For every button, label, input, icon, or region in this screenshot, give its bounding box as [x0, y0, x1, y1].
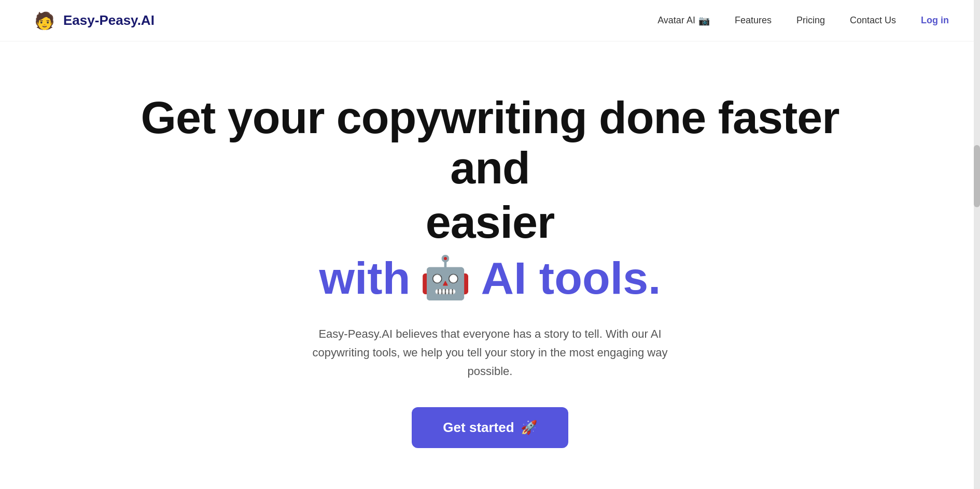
get-started-button[interactable]: Get started 🚀	[412, 407, 568, 448]
hero-section: Get your copywriting done faster and eas…	[0, 41, 980, 489]
nav-links: Avatar AI 📷 Features Pricing Contact Us …	[657, 15, 949, 26]
nav-item-features[interactable]: Features	[735, 15, 772, 26]
nav-item-login[interactable]: Log in	[921, 15, 949, 26]
scrollbar-track[interactable]	[974, 0, 980, 489]
scrollbar-thumb[interactable]	[974, 145, 980, 207]
hero-title-line2: easier	[426, 197, 554, 248]
cta-label: Get started	[443, 420, 514, 436]
rocket-icon: 🚀	[521, 420, 537, 436]
logo-text: Easy-Peasy.AI	[63, 12, 155, 28]
nav-item-avatar-ai[interactable]: Avatar AI 📷	[657, 15, 710, 26]
logo-icon: 🧑	[31, 7, 58, 34]
logo[interactable]: 🧑 Easy-Peasy.AI	[31, 7, 155, 34]
subtitle-prefix: with	[319, 252, 410, 304]
hero-title-line1: Get your copywriting done faster and	[127, 93, 853, 193]
robot-icon: 🤖	[419, 257, 471, 298]
nav-item-pricing[interactable]: Pricing	[796, 15, 825, 26]
camera-icon: 📷	[698, 15, 710, 26]
nav-item-contact[interactable]: Contact Us	[850, 15, 896, 26]
subtitle-suffix: AI tools.	[481, 252, 661, 304]
hero-description: Easy-Peasy.AI believes that everyone has…	[303, 325, 677, 381]
hero-subtitle: with 🤖 AI tools.	[319, 252, 661, 304]
navbar: 🧑 Easy-Peasy.AI Avatar AI 📷 Features Pri…	[0, 0, 980, 41]
avatar-ai-label: Avatar AI	[657, 15, 695, 26]
